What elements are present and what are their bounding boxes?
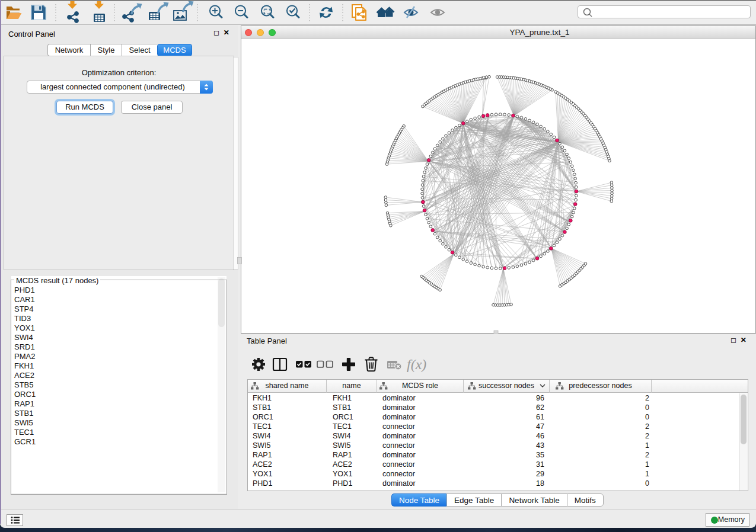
svg-text:f(x): f(x) [407, 357, 426, 372]
